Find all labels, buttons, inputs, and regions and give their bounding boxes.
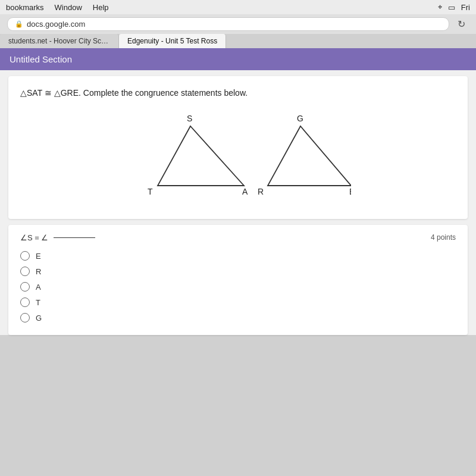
clock-display: Fri — [461, 3, 470, 12]
radio-e[interactable] — [20, 251, 30, 261]
svg-marker-1 — [268, 126, 351, 186]
answer-card: 4 points ∠S = ∠ E R A T — [8, 225, 468, 335]
vertex-t: T — [148, 187, 153, 196]
option-t[interactable]: T — [20, 295, 456, 310]
question-text: △SAT ≅ △GRE. Complete the congruence sta… — [20, 88, 456, 98]
option-a[interactable]: A — [20, 279, 456, 295]
question-card: △SAT ≅ △GRE. Complete the congruence sta… — [8, 76, 468, 219]
options-list: E R A T G — [20, 248, 456, 325]
radio-a[interactable] — [20, 282, 30, 292]
option-r-label: R — [36, 267, 41, 276]
points-label: 4 points — [431, 233, 456, 242]
option-e-label: E — [36, 252, 41, 261]
menu-help[interactable]: Help — [93, 3, 109, 12]
radio-g[interactable] — [20, 313, 30, 322]
menu-bar-right: ⌖ ▭ Fri — [438, 2, 470, 12]
address-bar[interactable]: 🔒 docs.google.com — [7, 17, 449, 31]
triangles-area: S T A G R E — [20, 108, 456, 203]
section-header: Untitled Section — [0, 48, 476, 70]
option-g[interactable]: G — [20, 310, 456, 325]
menu-bar-left: bookmarks Window Help — [6, 3, 109, 12]
angle-statement-text: ∠S = ∠ — [20, 233, 49, 242]
refresh-button[interactable]: ↻ — [454, 18, 469, 30]
battery-icon: ▭ — [448, 3, 455, 12]
menu-window[interactable]: Window — [55, 3, 82, 12]
triangles-svg: S T A G R E — [125, 108, 351, 203]
wifi-icon: ⌖ — [438, 2, 442, 12]
vertex-s: S — [187, 114, 192, 123]
option-t-label: T — [36, 298, 40, 307]
vertex-a: A — [242, 187, 248, 196]
answer-blank — [54, 237, 95, 238]
option-a-label: A — [36, 283, 41, 292]
tab-mail[interactable]: students.net - Hoover City Schools Mail — [0, 34, 119, 48]
tabs-row: students.net - Hoover City Schools Mail … — [0, 34, 476, 48]
vertex-g: G — [297, 114, 303, 123]
url-text: docs.google.com — [27, 20, 85, 29]
angle-statement: ∠S = ∠ — [20, 233, 456, 242]
menu-bookmarks[interactable]: bookmarks — [6, 3, 44, 12]
radio-t[interactable] — [20, 298, 30, 307]
browser-chrome: bookmarks Window Help ⌖ ▭ Fri 🔒 docs.goo… — [0, 0, 476, 48]
svg-marker-0 — [158, 126, 244, 186]
menu-bar: bookmarks Window Help ⌖ ▭ Fri — [0, 0, 476, 14]
radio-r[interactable] — [20, 267, 30, 276]
address-bar-row: 🔒 docs.google.com ↻ — [0, 14, 476, 34]
vertex-e: E — [349, 187, 351, 196]
option-r[interactable]: R — [20, 264, 456, 279]
option-g-label: G — [36, 314, 42, 322]
tab-edgenuity[interactable]: Edgenuity - Unit 5 Test Ross — [119, 34, 226, 48]
page-content: Untitled Section △SAT ≅ △GRE. Complete t… — [0, 48, 476, 335]
vertex-r: R — [258, 187, 264, 196]
option-e[interactable]: E — [20, 248, 456, 264]
lock-icon: 🔒 — [15, 20, 23, 28]
section-title: Untitled Section — [10, 54, 72, 64]
